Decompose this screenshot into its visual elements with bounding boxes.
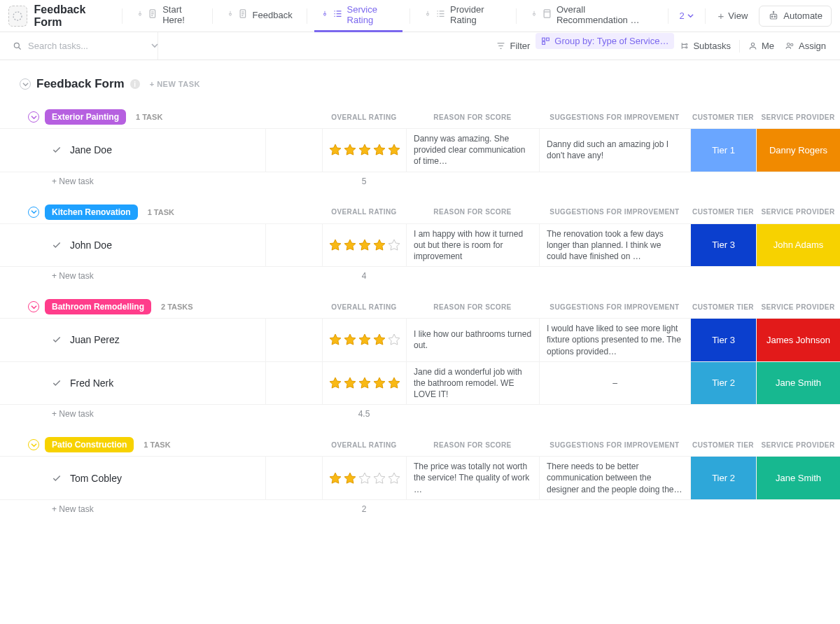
column-header-tier[interactable]: CUSTOMER TIER — [690, 208, 756, 216]
column-header-rating[interactable]: OVERALL RATING — [322, 441, 406, 449]
automate-button[interactable]: Automate — [759, 6, 832, 27]
suggestions-cell[interactable]: Danny did such an amazing job I don't ha… — [539, 129, 690, 172]
status-check-icon[interactable] — [52, 145, 62, 155]
workspace-icon[interactable] — [8, 6, 27, 27]
provider-cell[interactable]: James Johnson — [756, 319, 840, 361]
group-tag[interactable]: Kitchen Renovation — [45, 204, 138, 220]
column-header-suggestions[interactable]: SUGGESTIONS FOR IMPROVEMENT — [539, 303, 690, 311]
tier-cell[interactable]: Tier 3 — [690, 224, 756, 267]
column-header-provider[interactable]: SERVICE PROVIDER — [756, 441, 840, 449]
status-check-icon[interactable] — [52, 240, 62, 250]
task-name-cell[interactable]: Jane Doe — [0, 129, 266, 172]
column-header-reason[interactable]: REASON FOR SCORE — [406, 441, 539, 449]
search-input[interactable] — [28, 41, 146, 51]
column-header-tier[interactable]: CUSTOMER TIER — [690, 113, 756, 121]
rating-cell[interactable] — [322, 362, 406, 405]
column-header-suggestions[interactable]: SUGGESTIONS FOR IMPROVEMENT — [539, 208, 690, 216]
tier-cell[interactable]: Tier 2 — [690, 362, 756, 405]
column-header-suggestions[interactable]: SUGGESTIONS FOR IMPROVEMENT — [539, 113, 690, 121]
star-icon — [372, 376, 386, 390]
view-tab[interactable]: Feedback — [220, 0, 300, 32]
task-name-cell[interactable]: Tom Cobley — [0, 457, 266, 499]
group-collapse-toggle[interactable] — [28, 301, 39, 312]
column-header-reason[interactable]: REASON FOR SCORE — [406, 303, 539, 311]
search-wrap[interactable] — [0, 32, 158, 60]
column-header-rating[interactable]: OVERALL RATING — [322, 208, 406, 216]
me-filter-button[interactable]: Me — [743, 38, 780, 54]
rating-cell[interactable] — [322, 129, 406, 172]
new-task-button[interactable]: + New task — [52, 271, 94, 281]
rating-cell[interactable] — [322, 224, 406, 267]
reason-cell[interactable]: Danny was amazing. She provided clear co… — [406, 129, 539, 172]
view-tab[interactable]: Overall Recommendation … — [524, 0, 661, 32]
column-header-tier[interactable]: CUSTOMER TIER — [690, 303, 756, 311]
provider-cell[interactable]: Jane Smith — [756, 362, 840, 405]
add-view-button[interactable]: + View — [713, 10, 754, 22]
group-tag[interactable]: Bathroom Remodelling — [45, 299, 151, 314]
provider-cell[interactable]: Danny Rogers — [756, 129, 840, 172]
tier-cell[interactable]: Tier 1 — [690, 129, 756, 172]
chevron-down-icon — [687, 13, 694, 19]
group-header: Exterior Painting1 TASKOVERALL RATINGREA… — [0, 106, 840, 129]
reason-cell[interactable]: The price was totally not worth the serv… — [406, 457, 539, 499]
suggestions-cell[interactable]: – — [539, 362, 690, 405]
column-header-tier[interactable]: CUSTOMER TIER — [690, 441, 756, 449]
suggestions-cell[interactable]: There needs to be better communication b… — [539, 457, 690, 499]
star-icon — [358, 238, 372, 252]
column-header-reason[interactable]: REASON FOR SCORE — [406, 113, 539, 121]
column-header-suggestions[interactable]: SUGGESTIONS FOR IMPROVEMENT — [539, 441, 690, 449]
group-collapse-toggle[interactable] — [28, 207, 39, 218]
more-views-dropdown[interactable]: 2 — [675, 11, 697, 21]
star-icon — [343, 238, 357, 252]
assignees-button[interactable]: Assign — [780, 38, 832, 54]
group-tag[interactable]: Patio Construction — [45, 437, 134, 452]
task-name-cell[interactable]: Juan Perez — [0, 319, 266, 361]
status-check-icon[interactable] — [52, 335, 62, 345]
rating-cell[interactable] — [322, 457, 406, 499]
view-tab[interactable]: Provider Rating — [417, 0, 509, 32]
subtasks-button[interactable]: Subtasks — [674, 38, 736, 54]
suggestions-cell[interactable]: I would have liked to see more light fix… — [539, 319, 690, 361]
task-row[interactable]: Jane DoeDanny was amazing. She provided … — [0, 128, 840, 172]
column-header-reason[interactable]: REASON FOR SCORE — [406, 208, 539, 216]
task-name-cell[interactable]: John Doe — [0, 224, 266, 267]
group-collapse-toggle[interactable] — [28, 439, 39, 450]
reason-cell[interactable]: I like how our bathrooms turned out. — [406, 319, 539, 361]
suggestions-cell[interactable]: The renovation took a few days longer th… — [539, 224, 690, 267]
provider-cell[interactable]: John Adams — [756, 224, 840, 267]
reason-cell[interactable]: Jane did a wonderful job with the bathro… — [406, 362, 539, 405]
group-tag[interactable]: Exterior Painting — [45, 109, 126, 125]
info-icon[interactable]: i — [130, 79, 140, 89]
rating-cell[interactable] — [322, 319, 406, 361]
new-task-button[interactable]: + New task — [52, 504, 94, 514]
provider-cell[interactable]: Jane Smith — [756, 457, 840, 499]
star-icon — [387, 471, 401, 485]
view-type-icon — [542, 8, 552, 21]
reason-cell[interactable]: I am happy with how it turned out but th… — [406, 224, 539, 267]
task-row[interactable]: Juan PerezI like how our bathrooms turne… — [0, 318, 840, 362]
task-row[interactable]: Tom CobleyThe price was totally not wort… — [0, 456, 840, 500]
column-header-provider[interactable]: SERVICE PROVIDER — [756, 303, 840, 311]
view-tab[interactable]: Service Rating — [314, 0, 403, 32]
view-tab-label: Provider Rating — [450, 4, 502, 25]
task-name-cell[interactable]: Fred Nerk — [0, 362, 266, 405]
new-task-button-top[interactable]: + NEW TASK — [150, 80, 200, 88]
column-header-rating[interactable]: OVERALL RATING — [322, 113, 406, 121]
status-check-icon[interactable] — [52, 473, 62, 483]
task-row[interactable]: Fred NerkJane did a wonderful job with t… — [0, 361, 840, 405]
column-header-provider[interactable]: SERVICE PROVIDER — [756, 113, 840, 121]
tier-cell[interactable]: Tier 2 — [690, 457, 756, 499]
new-task-button[interactable]: + New task — [52, 409, 94, 419]
filter-button[interactable]: Filter — [491, 38, 536, 54]
search-expand-icon[interactable] — [151, 42, 158, 50]
group-by-button[interactable]: Group by: Type of Service… — [536, 33, 674, 49]
group-collapse-toggle[interactable] — [28, 111, 39, 123]
status-check-icon[interactable] — [52, 378, 62, 388]
tier-cell[interactable]: Tier 3 — [690, 319, 756, 361]
collapse-all-toggle[interactable] — [20, 78, 31, 90]
column-header-rating[interactable]: OVERALL RATING — [322, 303, 406, 311]
column-header-provider[interactable]: SERVICE PROVIDER — [756, 208, 840, 216]
new-task-button[interactable]: + New task — [52, 176, 94, 186]
view-tab[interactable]: Start Here! — [130, 0, 205, 32]
task-row[interactable]: John DoeI am happy with how it turned ou… — [0, 223, 840, 268]
